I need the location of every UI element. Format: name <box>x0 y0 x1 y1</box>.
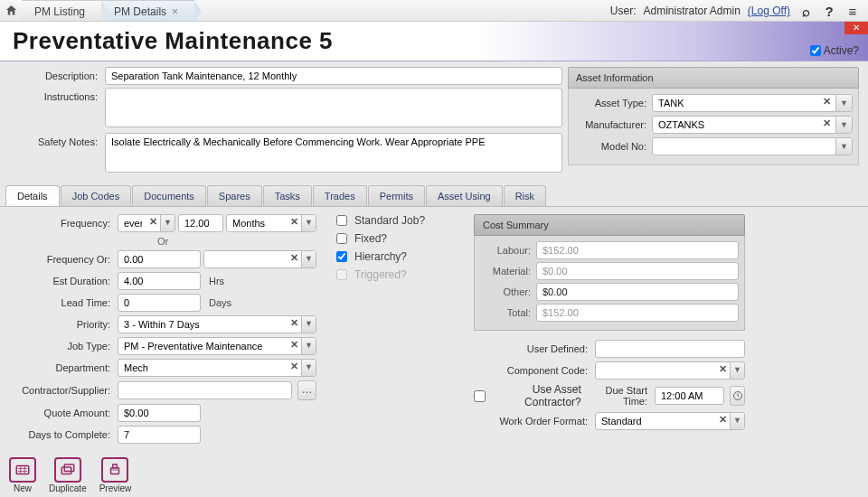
description-label: Description: <box>9 67 105 81</box>
breadcrumb-pm-details[interactable]: PM Details× <box>101 0 194 22</box>
material-value <box>536 262 739 280</box>
tab-documents[interactable]: Documents <box>132 185 206 206</box>
quote-amount-input[interactable] <box>118 404 201 422</box>
tab-strip: Details Job Codes Documents Spares Tasks… <box>0 185 868 206</box>
description-input[interactable] <box>105 67 562 85</box>
breadcrumb-label: PM Details <box>114 5 166 18</box>
use-asset-contractor-checkbox[interactable]: Use Asset Contractor? <box>474 383 581 408</box>
user-prefix: User: <box>610 5 637 17</box>
chevron-down-icon[interactable]: ▼ <box>730 362 744 379</box>
user-defined-label: User Defined: <box>474 343 595 354</box>
tab-job-codes[interactable]: Job Codes <box>61 185 132 206</box>
clock-icon[interactable] <box>730 386 745 406</box>
tab-trades[interactable]: Trades <box>313 185 367 206</box>
tab-permits[interactable]: Permits <box>368 185 425 206</box>
chevron-down-icon[interactable]: ▼ <box>835 95 852 111</box>
days-complete-label: Days to Complete: <box>9 429 118 440</box>
contractor-input[interactable] <box>118 381 292 399</box>
clear-icon[interactable]: ✕ <box>290 361 298 372</box>
lead-time-input[interactable] <box>118 294 201 312</box>
active-checkbox[interactable]: Active? <box>810 44 859 57</box>
clear-icon[interactable]: ✕ <box>290 317 298 329</box>
other-label: Other: <box>480 286 536 297</box>
tab-details[interactable]: Details <box>5 185 60 206</box>
freq-or-input[interactable] <box>118 250 201 268</box>
chevron-down-icon[interactable]: ▼ <box>835 138 852 155</box>
est-duration-input[interactable] <box>118 272 201 290</box>
model-input[interactable] <box>652 137 853 155</box>
triggered-checkbox: Triggered? <box>336 268 454 281</box>
due-start-input[interactable] <box>655 387 724 405</box>
tab-spares[interactable]: Spares <box>207 185 262 206</box>
svg-rect-5 <box>113 464 118 468</box>
hierarchy-checkbox[interactable]: Hierarchy? <box>336 250 454 263</box>
clear-icon[interactable]: ✕ <box>290 216 298 228</box>
bottom-toolbar: New Duplicate Preview <box>9 457 131 493</box>
top-bar: PM Listing PM Details× User: Administrat… <box>0 0 868 22</box>
wo-format-label: Work Order Format: <box>474 416 595 427</box>
or-label: Or <box>9 236 316 247</box>
close-button[interactable]: ✕ <box>844 22 868 34</box>
preview-button[interactable]: Preview <box>99 457 132 493</box>
clear-icon[interactable]: ✕ <box>290 339 298 351</box>
user-defined-input[interactable] <box>595 340 745 358</box>
total-label: Total: <box>480 307 536 318</box>
tab-risk[interactable]: Risk <box>504 185 546 206</box>
chevron-down-icon[interactable]: ▼ <box>301 215 316 231</box>
chevron-down-icon[interactable]: ▼ <box>160 215 175 231</box>
fixed-checkbox[interactable]: Fixed? <box>336 232 454 245</box>
due-start-label: Due Start Time: <box>589 385 655 407</box>
clear-icon[interactable]: ✕ <box>290 252 298 264</box>
labour-label: Labour: <box>480 245 536 256</box>
chevron-down-icon[interactable]: ▼ <box>301 316 316 333</box>
close-icon[interactable]: × <box>172 5 178 18</box>
chevron-down-icon[interactable]: ▼ <box>730 413 744 429</box>
asset-panel-header: Asset Information <box>568 67 859 89</box>
quote-amount-label: Quote Amount: <box>9 408 118 418</box>
job-type-label: Job Type: <box>9 341 118 352</box>
freq-or-unit-input[interactable] <box>203 250 316 268</box>
frequency-label: Frequency: <box>9 218 118 229</box>
model-label: Model No: <box>574 141 652 152</box>
department-input[interactable] <box>118 359 316 377</box>
job-type-input[interactable] <box>118 337 316 355</box>
logoff-link[interactable]: (Log Off) <box>748 5 790 17</box>
tab-tasks[interactable]: Tasks <box>263 185 312 206</box>
clear-icon[interactable]: ✕ <box>719 414 727 426</box>
breadcrumb-pm-listing[interactable]: PM Listing <box>22 0 101 22</box>
title-bar: Preventative Maintenance 5 ✕ Active? <box>0 22 868 61</box>
help-icon[interactable]: ? <box>821 4 837 19</box>
component-code-label: Component Code: <box>474 365 595 376</box>
menu-icon[interactable]: ≡ <box>844 4 861 19</box>
chevron-down-icon[interactable]: ▼ <box>301 360 316 376</box>
new-button[interactable]: New <box>9 457 36 493</box>
cost-summary-header: Cost Summary <box>474 214 745 236</box>
instructions-label: Instructions: <box>9 88 105 102</box>
home-icon[interactable] <box>0 0 22 22</box>
other-value[interactable] <box>536 283 739 301</box>
clear-icon[interactable]: ✕ <box>820 117 833 129</box>
total-value <box>536 304 739 322</box>
tab-asset-using[interactable]: Asset Using <box>426 185 503 206</box>
instructions-input[interactable] <box>105 88 562 127</box>
chevron-down-icon[interactable]: ▼ <box>301 251 316 267</box>
user-name: Administrator Admin <box>643 5 740 17</box>
standard-job-checkbox[interactable]: Standard Job? <box>336 214 454 227</box>
clear-icon[interactable]: ✕ <box>149 216 157 228</box>
page-title: Preventative Maintenance 5 <box>13 27 333 55</box>
duplicate-button[interactable]: Duplicate <box>49 457 87 493</box>
freq-value-input[interactable] <box>178 214 223 232</box>
clear-icon[interactable]: ✕ <box>719 363 727 375</box>
est-duration-label: Est Duration: <box>9 276 118 286</box>
chevron-down-icon[interactable]: ▼ <box>301 338 316 354</box>
safety-input[interactable]: Isolate Electrically & Mechanically Befo… <box>105 133 562 173</box>
chevron-down-icon[interactable]: ▼ <box>835 117 852 133</box>
clear-icon[interactable]: ✕ <box>820 96 833 108</box>
priority-input[interactable] <box>118 315 316 333</box>
svg-rect-1 <box>16 466 29 474</box>
priority-label: Priority: <box>9 319 118 330</box>
manufacturer-label: Manufacturer: <box>574 119 652 130</box>
lookup-button[interactable]: … <box>297 380 316 400</box>
days-complete-input[interactable] <box>118 426 201 444</box>
search-icon[interactable]: ⌕ <box>797 4 814 19</box>
